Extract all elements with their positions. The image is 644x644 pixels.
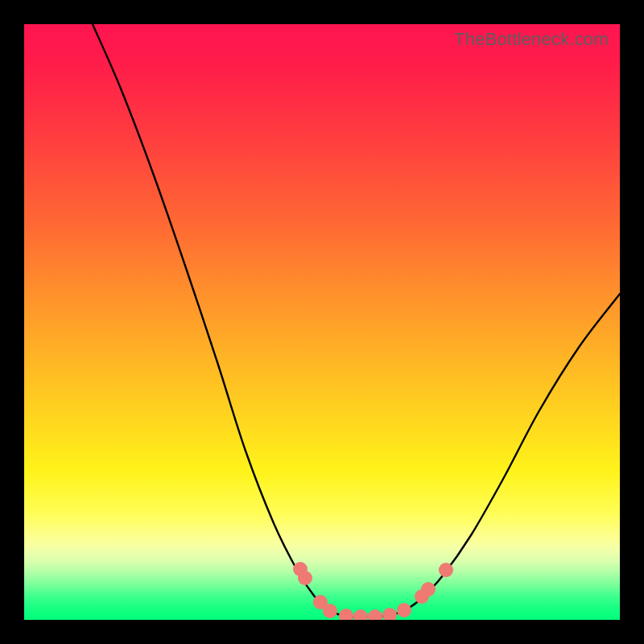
marker-dot	[353, 609, 368, 620]
marker-dot	[339, 609, 353, 620]
marker-dot	[368, 609, 382, 620]
curve-markers	[293, 562, 453, 620]
marker-dot	[397, 603, 411, 617]
marker-dot	[298, 571, 312, 585]
marker-dot	[439, 563, 453, 577]
plot-area: TheBottleneck.com	[24, 24, 620, 620]
chart-frame: TheBottleneck.com	[0, 0, 644, 644]
marker-dot	[382, 608, 397, 620]
curve-svg	[24, 24, 620, 620]
marker-dot	[421, 582, 436, 597]
bottleneck-curve-path	[93, 24, 620, 617]
marker-dot	[323, 604, 337, 618]
